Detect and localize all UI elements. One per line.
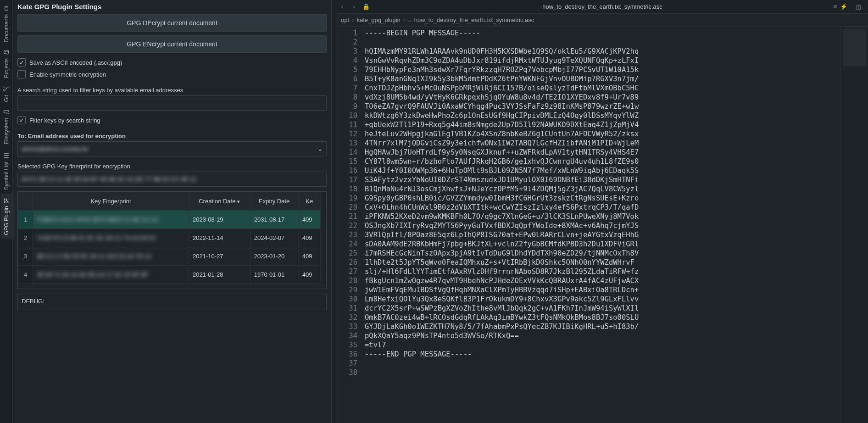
enable-symmetric-checkbox[interactable] [17, 70, 26, 78]
search-help-label: A search string used to filter keys by a… [17, 84, 327, 95]
table-row[interactable]: 43E 80 71 9A 10 4E 8D AA 17 4C 33 9F BF2… [18, 266, 321, 284]
save-ascii-checkbox[interactable] [17, 58, 26, 67]
split-view-icon[interactable]: ◫ [852, 1, 864, 13]
filter-checkbox[interactable] [17, 116, 26, 124]
fingerprint-label: Selected GPG Key finerprint for encrypti… [17, 160, 327, 172]
activity-documents[interactable]: Documents🗎 [1, 2, 12, 46]
activity-filesystem[interactable]: Filesystem🗁 [1, 106, 12, 148]
breadcrumb-segment[interactable]: kate_gpg_plugin [356, 17, 400, 23]
to-email-select[interactable]: dennis@demo.society.de ⌄ [17, 141, 327, 156]
tab-filename: how_to_destroy_the_earth.txt_symmetric.a… [542, 3, 662, 10]
debug-output: DEBUG: [17, 294, 327, 310]
table-header[interactable]: Ke [298, 192, 320, 211]
breadcrumb[interactable]: opt›kate_gpg_plugin›≡how_to_destroy_the_… [336, 14, 868, 27]
decrypt-button[interactable]: GPG DEcrypt current document [17, 14, 327, 32]
minimap[interactable] [840, 27, 868, 423]
filesystem-icon: 🗁 [3, 109, 10, 116]
enable-symmetric-label: Enable symmetric encryption [29, 71, 106, 78]
table-horizontal-scrollbar[interactable] [18, 284, 326, 289]
symbol-list-icon: ☰ [3, 152, 10, 159]
gpg-plugin-panel: Kate GPG Plugin Settings GPG DEcrypt cur… [13, 0, 332, 423]
table-header[interactable]: Expiry Date [250, 192, 298, 211]
breadcrumb-segment[interactable]: opt [341, 17, 349, 23]
to-label: To: Email address used for encryption [17, 130, 327, 141]
code-content[interactable]: -----BEGIN PGP MESSAGE----- hQIMAzmMY91R… [362, 27, 840, 423]
bolt-icon[interactable]: ⚡ [838, 1, 850, 13]
encrypt-button[interactable]: GPG ENcrypt current document [17, 35, 327, 53]
table-row[interactable]: 1F1B0C3 11C2 4F4A 3D7A 88C0 11 9E CC 222… [18, 211, 321, 229]
editor-tabbar: ‹ › 🔒 how_to_destroy_the_earth.txt_symme… [336, 0, 868, 14]
selected-fingerprint-field: A0 F1 89 C2 11 4E 55 8A B7 4D 66 3C A1 E… [17, 172, 327, 187]
table-header[interactable]: Creation Date▾ [189, 192, 250, 211]
editor-tab[interactable]: how_to_destroy_the_earth.txt_symmetric.a… [372, 3, 833, 10]
table-header[interactable]: Key Fingerprint [33, 192, 189, 211]
save-ascii-label: Save as ASCII encoded (.asc/.gpg) [29, 59, 122, 66]
sort-desc-icon: ▾ [237, 199, 240, 204]
table-row[interactable]: 27A4D F0 13 86 41 5C 2E 1B C1 74 AA 04 D… [18, 229, 321, 247]
search-input[interactable] [17, 95, 327, 111]
activity-git[interactable]: Git⎇ [1, 82, 12, 106]
breadcrumb-segment[interactable]: how_to_destroy_the_earth.txt_symmetric.a… [414, 17, 534, 23]
lock-icon: 🔒 [360, 1, 372, 13]
activity-bar: Documents🗎Projects🗂Git⎇Filesystem🗁Symbol… [0, 0, 13, 423]
line-number-gutter: 1 2 3 4 5 6 7 8 9 10 11 12 13 14 15 16 1… [336, 27, 362, 423]
key-table: Key FingerprintCreation Date▾Expiry Date… [17, 191, 327, 289]
editor-pane: ‹ › 🔒 how_to_destroy_the_earth.txt_symme… [336, 0, 868, 423]
activity-projects[interactable]: Projects🗂 [1, 46, 12, 82]
chevron-down-icon: ⌄ [317, 145, 323, 152]
git-icon: ⎇ [3, 85, 10, 93]
nav-back-button[interactable]: ‹ [336, 1, 348, 13]
nav-forward-button[interactable]: › [348, 1, 360, 13]
documents-icon: 🗎 [3, 6, 10, 12]
vertical-splitter[interactable] [332, 0, 336, 423]
tab-close-button[interactable]: ✕ [833, 3, 838, 10]
panel-title: Kate GPG Plugin Settings [13, 0, 331, 14]
breadcrumb-separator-icon: › [403, 17, 405, 23]
table-row[interactable]: 38B C2 17 6E 04 9C 44 11 1E3 25 4A 7D 12… [18, 247, 321, 266]
gpg-plugin-icon: ⚿ [3, 197, 10, 204]
activity-symbol-list[interactable]: Symbol List☰ [1, 148, 12, 194]
minimap-thumb[interactable] [843, 29, 866, 66]
file-icon: ≡ [408, 17, 412, 23]
activity-gpg-plugin[interactable]: GPG Plugin⚿ [1, 194, 12, 239]
breadcrumb-separator-icon: › [352, 17, 354, 23]
projects-icon: 🗂 [3, 50, 10, 56]
code-editor[interactable]: 1 2 3 4 5 6 7 8 9 10 11 12 13 14 15 16 1… [336, 27, 868, 423]
to-email-value: dennis@demo.society.de [22, 145, 88, 152]
filter-label: Filter keys by search string [29, 117, 100, 124]
table-header[interactable] [18, 192, 33, 211]
